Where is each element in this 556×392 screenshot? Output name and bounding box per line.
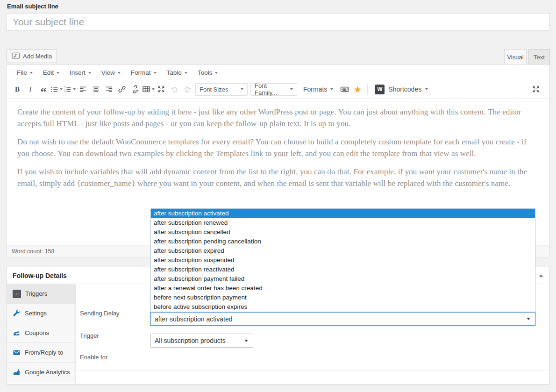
tickets-icon [13, 329, 21, 337]
wordpress-w-icon: W [375, 85, 385, 94]
dropdown-option[interactable]: after subscription payment failed [151, 274, 535, 284]
enable-for-select-value: All subscription products [155, 337, 226, 344]
menu-view[interactable]: View [96, 65, 126, 80]
align-right-icon [105, 86, 113, 93]
numbered-list-button[interactable] [63, 83, 76, 96]
content-divider [76, 371, 549, 371]
numbered-list-icon [64, 86, 71, 93]
align-right-button[interactable] [102, 83, 115, 96]
table-icon [142, 85, 150, 93]
chevron-down-icon [527, 318, 530, 320]
keyboard-shortcuts-button[interactable] [338, 83, 351, 96]
undo-icon [170, 85, 179, 93]
subject-input[interactable] [7, 13, 549, 31]
line-chart-icon [13, 368, 21, 376]
chevron-down-icon [88, 72, 91, 74]
menu-format[interactable]: Format [126, 65, 162, 80]
enable-for-select[interactable]: All subscription products [150, 334, 253, 348]
dropdown-option[interactable]: after a renewal order has been created [151, 284, 535, 293]
menu-insert[interactable]: Insert [64, 65, 96, 80]
dropdown-option[interactable]: after subscription activated [151, 209, 535, 218]
tab-coupons[interactable]: Coupons [7, 323, 75, 343]
editor-menubar: File Edit Insert View Format Table Tools [7, 65, 549, 80]
add-media-label: Add Media [23, 53, 52, 60]
menu-file[interactable]: File [12, 65, 38, 80]
align-center-icon [92, 86, 100, 93]
word-count: Word count: 158 [12, 248, 55, 255]
distraction-free-button[interactable] [155, 83, 168, 96]
chevron-down-icon [73, 88, 76, 90]
link-button[interactable] [115, 83, 128, 96]
dropdown-option[interactable]: after subscription pending cancellation [151, 237, 535, 246]
toolbar-separator [367, 84, 368, 95]
fullscreen-button[interactable] [529, 83, 542, 96]
triggers-icon: ↓↑ [13, 290, 21, 298]
star-icon: ★ [354, 85, 362, 94]
link-icon [118, 85, 126, 93]
bold-icon: B [15, 86, 20, 93]
tab-text[interactable]: Text [528, 49, 550, 65]
chevron-down-icon [57, 72, 59, 74]
tab-settings[interactable]: Settings [7, 304, 75, 323]
tab-triggers[interactable]: ↓↑ Triggers [7, 284, 75, 304]
dropdown-option[interactable]: before next subscription payment [151, 293, 535, 302]
bold-button[interactable]: B [11, 83, 24, 96]
font-family-select[interactable]: Font Family... [250, 83, 297, 96]
menu-edit[interactable]: Edit [38, 65, 64, 80]
editor-toolbar: B I “ [7, 80, 549, 99]
tab-visual[interactable]: Visual [504, 49, 527, 65]
chevron-down-icon [60, 88, 63, 90]
shortcodes-button[interactable]: W Shortcodes [371, 85, 432, 94]
unlink-button[interactable] [128, 83, 142, 96]
metabox-title: Follow-up Details [13, 272, 67, 279]
formats-button[interactable]: Formats [299, 86, 338, 93]
chevron-down-icon [241, 88, 243, 90]
help-star-button[interactable]: ★ [351, 83, 364, 96]
italic-icon: I [29, 86, 32, 93]
align-center-button[interactable] [89, 83, 102, 96]
chevron-down-icon [30, 72, 33, 74]
enable-for-label: Enable for [80, 354, 107, 361]
chevron-up-icon [539, 274, 543, 277]
keyboard-icon [340, 85, 349, 93]
blockquote-button[interactable]: “ [37, 83, 50, 96]
chevron-down-icon [118, 72, 121, 74]
trigger-select[interactable]: after subscription activated [150, 312, 535, 326]
trigger-select-value: after subscription activated [155, 315, 233, 323]
editor-paragraph: Do not wish to use the default WooCommer… [17, 136, 539, 159]
chevron-down-icon [152, 88, 155, 90]
dropdown-option[interactable]: after subscription renewed [151, 218, 535, 228]
subject-label: Email subject line [7, 3, 58, 10]
editor-paragraph: Create the content of your follow-up by … [17, 106, 539, 129]
tab-from-reply-to[interactable]: From/Reply-to [7, 343, 75, 363]
trigger-label: Trigger [80, 332, 99, 339]
envelope-icon [13, 349, 21, 356]
menu-tools[interactable]: Tools [192, 65, 223, 80]
dropdown-option[interactable]: after subscription suspended [151, 256, 535, 265]
undo-button[interactable] [168, 83, 181, 96]
redo-button[interactable] [181, 83, 194, 96]
tab-google-analytics[interactable]: Google Analytics [7, 363, 75, 382]
chevron-down-icon [185, 72, 187, 74]
menu-table[interactable]: Table [162, 65, 192, 80]
chevron-down-icon [330, 88, 333, 90]
dropdown-option[interactable]: after subscription cancelled [151, 228, 535, 237]
chevron-down-icon [154, 72, 157, 74]
chevron-down-icon [425, 88, 428, 90]
expand-icon [157, 85, 165, 93]
table-button[interactable] [142, 83, 155, 96]
font-sizes-select[interactable]: Font Sizes [195, 83, 248, 96]
chevron-down-icon [215, 72, 218, 74]
bullet-list-icon [50, 86, 58, 93]
italic-button[interactable]: I [24, 83, 37, 96]
fullscreen-icon [532, 85, 540, 93]
chevron-down-icon [290, 88, 293, 90]
redo-icon [183, 85, 192, 93]
chevron-down-icon [244, 340, 248, 342]
add-media-button[interactable]: Add Media [7, 49, 57, 63]
align-left-button[interactable] [76, 83, 89, 96]
dropdown-option[interactable]: before active subscription expires [151, 302, 535, 312]
dropdown-option[interactable]: after subscription reactivated [151, 265, 535, 274]
bullet-list-button[interactable] [50, 83, 63, 96]
dropdown-option[interactable]: after subscription expired [151, 246, 535, 256]
